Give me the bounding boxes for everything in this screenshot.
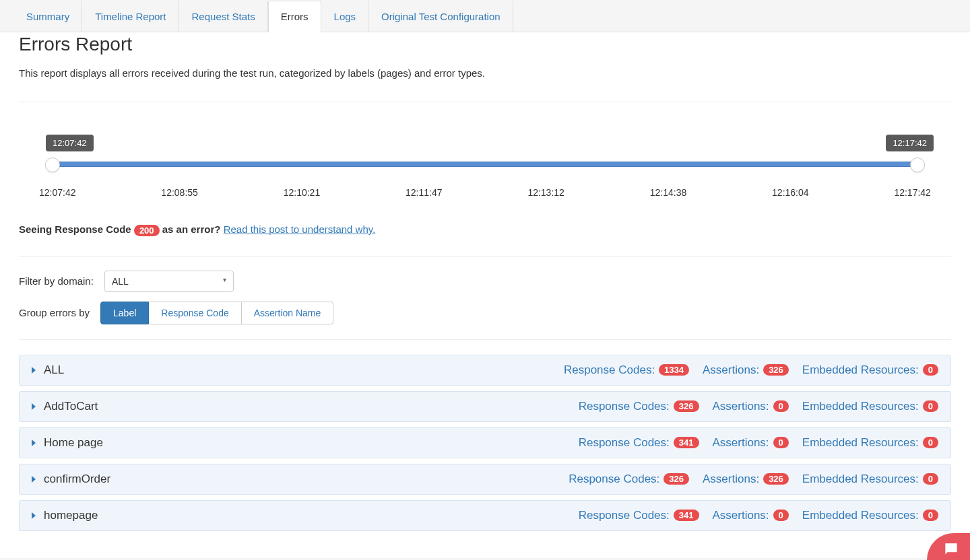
error-row-label: homepage [44,509,98,522]
tab-summary[interactable]: Summary [13,1,82,32]
stat-count-pill: 0 [773,510,789,521]
stat-count-pill: 0 [773,437,789,448]
stat-label: Embedded Resources: [802,363,919,377]
caret-right-icon [32,476,36,483]
slider-tick: 12:10:21 [284,187,321,198]
stat-label: Response Codes: [569,473,659,486]
divider [19,339,951,340]
stat-response-codes[interactable]: Response Codes:341 [579,509,699,522]
stat-count-pill: 341 [674,510,699,521]
slider-tick: 12:17:42 [894,187,931,198]
stat-label: Embedded Resources: [802,509,919,522]
error-row-stats: Response Codes:326Assertions:0Embedded R… [579,400,938,413]
stat-label: Response Codes: [564,363,655,377]
response-code-pill: 200 [134,225,160,236]
tab-logs[interactable]: Logs [321,1,369,32]
stat-label: Embedded Resources: [802,436,919,450]
tab-errors[interactable]: Errors [268,1,321,32]
tab-bar: SummaryTimeline ReportRequest StatsError… [0,0,970,32]
group-by-response-code[interactable]: Response Code [149,302,241,324]
stat-count-pill: 0 [923,364,938,376]
filter-domain-value: ALL [112,276,129,287]
error-row-label: ALL [44,363,64,377]
slider-handle-end[interactable] [910,158,925,172]
stat-label: Embedded Resources: [802,400,919,413]
error-row[interactable]: ALLResponse Codes:1334Assertions:326Embe… [19,355,951,386]
note-suffix: as an error? [162,223,224,235]
group-by-assertion-name[interactable]: Assertion Name [242,302,334,324]
page-description: This report displays all errors received… [19,67,951,79]
stat-label: Assertions: [703,473,759,486]
slider-handle-start[interactable] [45,158,60,172]
stat-assertions[interactable]: Assertions:0 [713,400,789,413]
page-title: Errors Report [19,32,951,55]
stat-assertions[interactable]: Assertions:0 [713,436,789,450]
stat-count-pill: 0 [923,510,938,521]
stat-embedded[interactable]: Embedded Resources:0 [802,473,938,486]
slider-tick: 12:11:47 [406,187,443,198]
error-row-stats: Response Codes:341Assertions:0Embedded R… [579,436,938,450]
tab-request-stats[interactable]: Request Stats [179,1,268,32]
stat-assertions[interactable]: Assertions:0 [713,509,789,522]
stat-label: Response Codes: [579,509,670,522]
stat-count-pill: 1334 [659,364,689,376]
group-by-label: Group errors by [19,307,90,318]
main-content: Errors Report This report displays all e… [0,32,970,558]
stat-count-pill: 326 [674,400,699,412]
stat-embedded[interactable]: Embedded Resources:0 [802,363,938,377]
stat-response-codes[interactable]: Response Codes:341 [579,436,699,450]
stat-label: Assertions: [713,436,769,450]
stat-label: Assertions: [703,363,759,377]
divider [19,102,951,102]
stat-count-pill: 0 [923,437,938,448]
slider-tick: 12:14:38 [650,187,687,198]
note-link[interactable]: Read this post to understand why. [224,223,376,235]
stat-count-pill: 0 [923,400,938,412]
caret-right-icon [32,440,36,446]
stat-response-codes[interactable]: Response Codes:326 [569,473,689,486]
filter-domain-label: Filter by domain: [19,275,94,287]
caret-right-icon [32,512,36,519]
stat-count-pill: 0 [923,473,938,485]
slider-track[interactable] [53,162,917,167]
stat-label: Assertions: [713,509,769,522]
stat-assertions[interactable]: Assertions:326 [703,363,789,377]
response-code-note: Seeing Response Code 200 as an error? Re… [19,223,951,236]
stat-count-pill: 341 [674,437,699,448]
group-by-label[interactable]: Label [100,302,149,324]
stat-response-codes[interactable]: Response Codes:326 [579,400,699,413]
slider-tick: 12:08:55 [161,187,198,198]
stat-embedded[interactable]: Embedded Resources:0 [802,400,938,413]
caret-right-icon [32,403,36,410]
stat-label: Embedded Resources: [802,473,919,486]
error-row[interactable]: Home pageResponse Codes:341Assertions:0E… [19,427,951,458]
note-prefix: Seeing Response Code [19,223,134,235]
error-row-label: Home page [44,436,103,450]
divider [19,256,951,257]
stat-response-codes[interactable]: Response Codes:1334 [564,363,689,377]
filter-domain-select[interactable]: ALL [104,271,234,292]
stat-count-pill: 326 [664,473,689,485]
stat-embedded[interactable]: Embedded Resources:0 [802,509,938,522]
tab-original-test-configuration[interactable]: Original Test Configuration [368,1,513,32]
slider-start-tooltip: 12:07:42 [46,135,94,151]
slider-tick: 12:13:12 [527,187,564,198]
slider-end-tooltip: 12:17:42 [886,135,934,151]
stat-count-pill: 0 [773,400,789,412]
stat-assertions[interactable]: Assertions:326 [703,473,789,486]
error-row[interactable]: confirmOrderResponse Codes:326Assertions… [19,464,951,495]
error-row-label: AddToCart [44,400,98,413]
error-row[interactable]: AddToCartResponse Codes:326Assertions:0E… [19,391,951,422]
stat-embedded[interactable]: Embedded Resources:0 [802,436,938,450]
tab-timeline-report[interactable]: Timeline Report [82,1,179,32]
error-row-stats: Response Codes:326Assertions:326Embedded… [569,473,938,486]
group-by-row: Group errors by LabelResponse CodeAssert… [19,302,951,324]
stat-count-pill: 326 [763,364,789,376]
error-row-label: confirmOrder [44,473,110,486]
error-row[interactable]: homepageResponse Codes:341Assertions:0Em… [19,500,951,531]
group-by-buttons: LabelResponse CodeAssertion Name [100,302,333,324]
error-row-stats: Response Codes:341Assertions:0Embedded R… [579,509,938,522]
caret-right-icon [32,367,36,374]
error-row-stats: Response Codes:1334Assertions:326Embedde… [564,363,938,377]
error-list: ALLResponse Codes:1334Assertions:326Embe… [19,355,951,531]
